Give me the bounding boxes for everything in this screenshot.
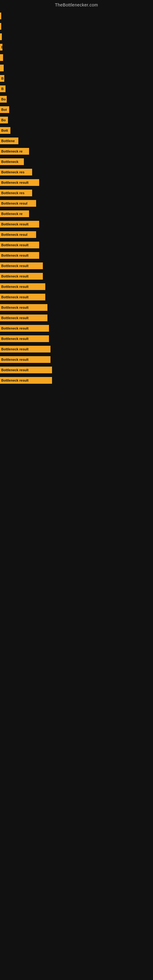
bar-label: Bottleneck result — [1, 316, 29, 320]
bar-row: Bottleneck result — [0, 261, 153, 270]
bar-item: Bottleneck result — [0, 315, 48, 321]
bar-row: Bottleneck result — [0, 376, 153, 385]
bar-item: Bottleneck result — [0, 273, 43, 280]
bar-row: Bot — [0, 105, 153, 114]
bar-row: Bottleneck res — [0, 168, 153, 177]
bar-item: Bottleneck result — [0, 304, 48, 311]
bar-row: B — [0, 74, 153, 83]
bar-item: Bottleneck result — [0, 179, 39, 186]
bar-item: Bott — [0, 127, 10, 134]
bar-item: Bottlene — [0, 137, 18, 144]
bar-row: Bottleneck result — [0, 324, 153, 332]
bar-row: Bottleneck result — [0, 178, 153, 187]
bar-item: Bottleneck result — [0, 221, 39, 228]
bar-row: Bottleneck result — [0, 345, 153, 353]
bar-row: Bottleneck result — [0, 293, 153, 301]
bar-row: B — [0, 43, 153, 51]
bar-item: Bottleneck result — [0, 335, 49, 342]
bar-item: Bottleneck resul — [0, 231, 36, 238]
bar-row — [0, 12, 153, 20]
bar-item — [0, 65, 4, 72]
bar-row: Bottleneck result — [0, 303, 153, 312]
bar-row: Bottleneck result — [0, 220, 153, 229]
bar-row: Bo — [0, 116, 153, 124]
bar-label: Bottleneck result — [1, 254, 29, 257]
bar-row: Bottleneck resul — [0, 199, 153, 208]
bar-row: Bo — [0, 95, 153, 103]
bar-item: B — [0, 86, 5, 92]
bar-item: Bottleneck result — [0, 346, 51, 353]
bar-row: Bottleneck result — [0, 334, 153, 343]
bar-item — [0, 33, 2, 40]
bar-label: Bottleneck re — [1, 150, 22, 153]
bar-row: Bottleneck re — [0, 210, 153, 218]
bar-item: Bottleneck result — [0, 377, 52, 384]
bar-item: B — [0, 75, 4, 82]
bar-label: B — [1, 45, 2, 49]
bar-item: Bottleneck result — [0, 367, 52, 373]
bar-label: Bottleneck — [1, 160, 18, 164]
bar-label: B — [1, 76, 4, 80]
site-title: TheBottlenecker.com — [0, 0, 153, 9]
bar-row: Bottleneck re — [0, 147, 153, 156]
bar-label: Bottleneck result — [1, 295, 29, 299]
bar-item — [0, 13, 1, 19]
bar-label: Bottleneck resul — [1, 233, 27, 236]
bar-label: Bottleneck result — [1, 347, 29, 351]
bar-row: Bottleneck result — [0, 355, 153, 364]
bar-row: Bottleneck — [0, 158, 153, 166]
bar-label: Bottleneck resul — [1, 202, 27, 205]
bar-label: Bottlene — [1, 139, 15, 143]
bar-label: Bottleneck result — [1, 243, 29, 247]
bar-row — [0, 64, 153, 72]
bar-item: Bottleneck res — [0, 169, 32, 175]
bar-row: B — [0, 84, 153, 93]
bar-item: B — [0, 44, 2, 51]
bar-row: Bottleneck result — [0, 272, 153, 280]
bar-label: Bottleneck result — [1, 368, 29, 372]
bar-label: Bottleneck result — [1, 379, 29, 382]
bar-label: Bottleneck res — [1, 170, 24, 174]
bar-row: Bottleneck result — [0, 251, 153, 260]
bar-row: Bottleneck result — [0, 313, 153, 322]
bar-row: Bottleneck result — [0, 366, 153, 374]
bar-label: Bottleneck result — [1, 337, 29, 340]
bar-item: Bottleneck resul — [0, 200, 36, 207]
bar-label: Bottleneck result — [1, 285, 29, 288]
bar-label: Bo — [1, 118, 6, 122]
bar-label: Bottleneck result — [1, 264, 29, 268]
bar-item: Bo — [0, 117, 8, 123]
bar-label: Bott — [1, 129, 8, 132]
bar-item: Bottleneck res — [0, 189, 32, 196]
bar-label: Bottleneck result — [1, 358, 29, 361]
bar-item: Bottleneck result — [0, 262, 43, 269]
bar-row: Bottleneck resul — [0, 230, 153, 239]
bar-row — [0, 32, 153, 41]
bar-row: Bottlene — [0, 137, 153, 145]
bar-label: Bottleneck result — [1, 222, 29, 226]
bar-item — [0, 54, 3, 61]
bar-item: Bottleneck result — [0, 294, 45, 301]
bar-label: Bottleneck result — [1, 274, 29, 278]
bar-row: Bottleneck res — [0, 189, 153, 197]
bar-item: Bottleneck result — [0, 283, 45, 290]
bar-item: Bottleneck result — [0, 242, 39, 248]
bar-label: Bottleneck result — [1, 305, 29, 309]
bar-label: Bot — [1, 108, 7, 111]
bar-item: Bot — [0, 106, 9, 113]
bars-container: BBBBoBotBoBottBottleneBottleneck reBottl… — [0, 9, 153, 390]
bar-row: Bottleneck result — [0, 282, 153, 291]
bar-row: Bottleneck result — [0, 241, 153, 249]
bar-label: Bottleneck re — [1, 212, 22, 216]
bar-item: Bottleneck result — [0, 325, 49, 332]
bar-item: Bottleneck result — [0, 252, 39, 259]
bar-label: Bottleneck result — [1, 326, 29, 330]
bar-row — [0, 22, 153, 30]
bar-row: Bott — [0, 126, 153, 135]
bar-label: Bo — [1, 97, 6, 101]
bar-item: Bottleneck re — [0, 148, 29, 155]
bar-label: Bottleneck res — [1, 191, 24, 195]
bar-item: Bottleneck result — [0, 356, 51, 363]
bar-row — [0, 53, 153, 62]
bar-item: Bottleneck re — [0, 210, 29, 217]
